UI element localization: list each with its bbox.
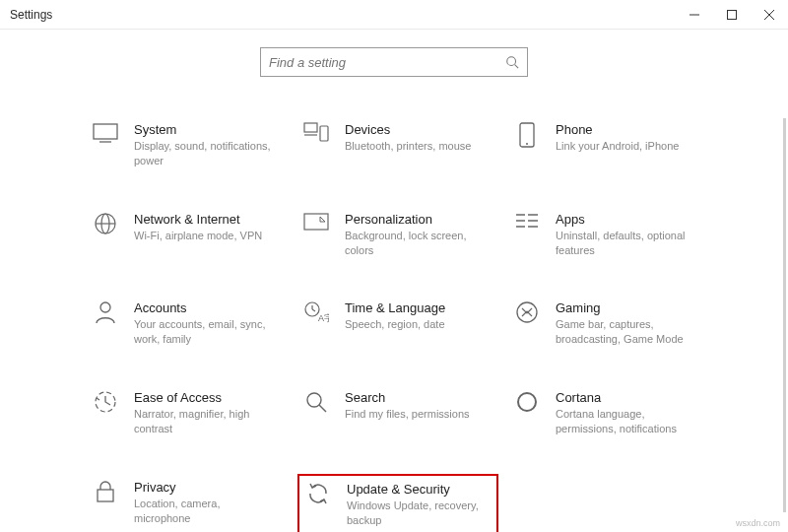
category-desc: Speech, region, date <box>345 317 487 332</box>
search-icon <box>505 55 519 69</box>
scrollbar[interactable] <box>783 118 786 512</box>
category-time-language[interactable]: A字 Time & Language Speech, region, date <box>297 295 498 353</box>
category-title: Phone <box>556 122 697 137</box>
minimize-button[interactable] <box>676 0 713 30</box>
cortana-icon <box>512 390 542 420</box>
category-title: Gaming <box>556 300 697 315</box>
svg-point-32 <box>518 393 536 411</box>
svg-line-31 <box>319 405 326 412</box>
category-search[interactable]: Search Find my files, permissions <box>297 384 498 442</box>
category-accounts[interactable]: Accounts Your accounts, email, sync, wor… <box>87 295 288 353</box>
category-desc: Background, lock screen, colors <box>345 229 487 258</box>
search-box[interactable] <box>260 47 528 77</box>
minimize-icon <box>690 10 699 20</box>
window-controls <box>676 0 788 30</box>
category-title: Network & Internet <box>134 212 276 227</box>
category-title: Devices <box>345 122 487 137</box>
search-category-icon <box>301 390 331 420</box>
svg-point-12 <box>526 143 528 145</box>
category-apps[interactable]: Apps Uninstall, defaults, optional featu… <box>508 206 709 264</box>
category-network[interactable]: Network & Internet Wi-Fi, airplane mode,… <box>87 206 288 264</box>
devices-icon <box>301 122 331 152</box>
category-title: Cortana <box>556 390 697 405</box>
maximize-icon <box>727 10 737 20</box>
watermark: wsxdn.com <box>736 518 780 528</box>
svg-point-4 <box>507 57 516 66</box>
time-language-icon: A字 <box>301 300 331 330</box>
personalization-icon <box>301 212 331 241</box>
svg-line-5 <box>515 65 519 69</box>
apps-icon <box>512 212 542 241</box>
category-desc: Link your Android, iPhone <box>556 139 697 154</box>
svg-text:A字: A字 <box>318 313 329 323</box>
titlebar: Settings <box>0 0 788 30</box>
lock-icon <box>91 480 120 509</box>
close-button[interactable] <box>751 0 788 30</box>
window-title: Settings <box>10 8 52 22</box>
category-desc: Uninstall, defaults, optional features <box>556 229 697 258</box>
category-title: Update & Security <box>347 482 485 497</box>
category-system[interactable]: System Display, sound, notifications, po… <box>87 116 288 174</box>
update-icon <box>303 482 333 511</box>
category-title: Time & Language <box>345 300 487 315</box>
category-desc: Location, camera, microphone <box>134 497 276 526</box>
category-title: System <box>134 122 276 137</box>
category-ease-of-access[interactable]: Ease of Access Narrator, magnifier, high… <box>87 384 288 442</box>
phone-icon <box>512 122 542 152</box>
ease-of-access-icon <box>91 390 120 420</box>
category-cortana[interactable]: Cortana Cortana language, permissions, n… <box>508 384 709 442</box>
category-gaming[interactable]: Gaming Game bar, captures, broadcasting,… <box>508 295 709 353</box>
category-title: Privacy <box>134 480 276 495</box>
category-desc: Bluetooth, printers, mouse <box>345 139 487 154</box>
category-devices[interactable]: Devices Bluetooth, printers, mouse <box>297 116 498 174</box>
close-icon <box>764 10 774 20</box>
search-input[interactable] <box>269 55 505 70</box>
category-title: Ease of Access <box>134 390 276 405</box>
category-phone[interactable]: Phone Link your Android, iPhone <box>508 116 709 174</box>
category-desc: Cortana language, permissions, notificat… <box>556 407 697 436</box>
category-desc: Game bar, captures, broadcasting, Game M… <box>556 317 697 347</box>
accounts-icon <box>91 300 120 330</box>
category-desc: Narrator, magnifier, high contrast <box>134 407 276 436</box>
category-personalization[interactable]: Personalization Background, lock screen,… <box>297 206 498 264</box>
svg-point-28 <box>517 302 537 322</box>
svg-rect-33 <box>98 490 113 501</box>
category-privacy[interactable]: Privacy Location, camera, microphone <box>87 474 288 532</box>
svg-rect-6 <box>94 124 117 139</box>
search-area <box>0 47 788 77</box>
svg-line-26 <box>312 309 315 311</box>
category-desc: Wi-Fi, airplane mode, VPN <box>134 229 276 243</box>
globe-icon <box>91 212 120 241</box>
category-title: Apps <box>556 212 697 227</box>
maximize-button[interactable] <box>713 0 751 30</box>
category-desc: Your accounts, email, sync, work, family <box>134 317 276 347</box>
category-desc: Display, sound, notifications, power <box>134 139 276 168</box>
svg-rect-9 <box>320 126 328 141</box>
svg-point-30 <box>307 393 321 407</box>
category-title: Personalization <box>345 212 487 227</box>
category-desc: Windows Update, recovery, backup <box>347 499 485 528</box>
category-desc: Find my files, permissions <box>345 407 487 422</box>
svg-rect-1 <box>728 10 737 19</box>
svg-point-23 <box>100 302 110 312</box>
settings-grid: System Display, sound, notifications, po… <box>0 77 788 532</box>
category-title: Accounts <box>134 300 276 315</box>
system-icon <box>91 122 120 152</box>
svg-rect-8 <box>304 123 317 132</box>
category-update-security[interactable]: Update & Security Windows Update, recove… <box>297 474 498 532</box>
gaming-icon <box>512 300 542 330</box>
category-title: Search <box>345 390 487 405</box>
